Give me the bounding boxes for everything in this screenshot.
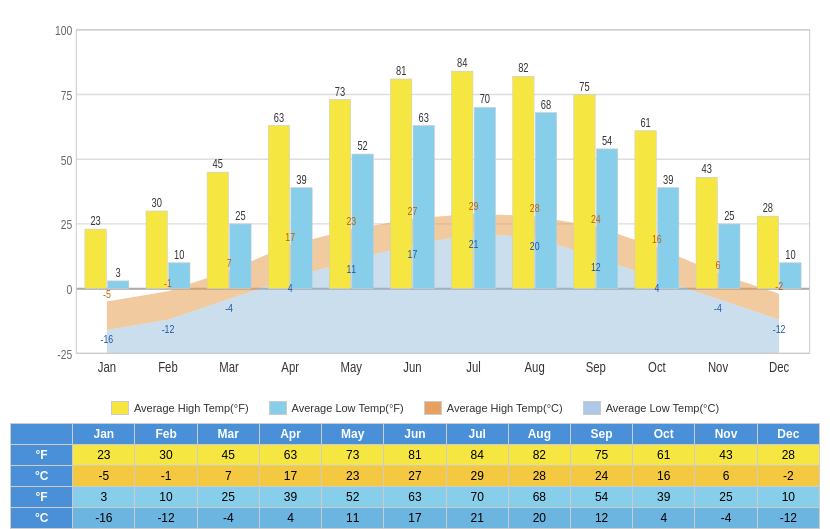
table-col-nov: Nov [695, 424, 757, 445]
svg-text:43: 43 [702, 162, 712, 175]
legend-item-high-c: Average High Temp(°C) [424, 401, 563, 415]
svg-text:Apr: Apr [281, 359, 299, 376]
table-col-aug: Aug [508, 424, 570, 445]
legend-color-high-f [111, 401, 129, 415]
table-header-row: JanFebMarAprMayJunJulAugSepOctNovDec [11, 424, 820, 445]
table-cell: 10 [135, 487, 197, 508]
table-cell: 81 [384, 445, 446, 466]
table-row-label: °F [11, 487, 73, 508]
legend-label-high-c: Average High Temp(°C) [447, 402, 563, 414]
table-cell: 10 [757, 487, 819, 508]
svg-text:25: 25 [235, 209, 245, 222]
table-cell: -5 [73, 466, 135, 487]
y-axis-label [10, 10, 30, 393]
table-col-feb: Feb [135, 424, 197, 445]
svg-text:17: 17 [285, 231, 295, 243]
table-cell: -16 [73, 508, 135, 529]
svg-text:-12: -12 [773, 323, 786, 335]
svg-rect-49 [474, 107, 495, 288]
svg-text:84: 84 [457, 56, 467, 69]
table-cell: 70 [446, 487, 508, 508]
svg-text:May: May [341, 359, 363, 376]
svg-text:17: 17 [408, 248, 418, 260]
table-cell: 23 [322, 466, 384, 487]
svg-rect-35 [757, 216, 778, 288]
svg-text:-2: -2 [775, 280, 783, 292]
table-cell: 28 [508, 466, 570, 487]
chart-area: 1007550250-25233045637381848275614328310… [10, 10, 820, 393]
svg-text:4: 4 [288, 281, 293, 293]
table-cell: 29 [446, 466, 508, 487]
svg-text:11: 11 [346, 263, 356, 275]
table-cell: 73 [322, 445, 384, 466]
table-row-label: °F [11, 445, 73, 466]
svg-rect-57 [719, 224, 740, 289]
svg-text:Jan: Jan [98, 359, 116, 376]
svg-text:Sep: Sep [586, 359, 606, 376]
svg-text:39: 39 [663, 173, 673, 186]
svg-rect-33 [696, 177, 717, 288]
svg-text:25: 25 [61, 217, 73, 233]
table-cell: 52 [322, 487, 384, 508]
svg-text:63: 63 [419, 110, 429, 123]
svg-text:52: 52 [357, 139, 367, 152]
svg-text:54: 54 [602, 134, 612, 147]
svg-text:-1: -1 [164, 277, 172, 289]
table-cell: 16 [633, 466, 695, 487]
svg-text:-4: -4 [225, 302, 233, 314]
svg-rect-25 [452, 71, 473, 288]
svg-text:63: 63 [274, 110, 284, 123]
legend-color-high-c [424, 401, 442, 415]
main-container: 1007550250-25233045637381848275614328310… [0, 0, 830, 529]
svg-text:-16: -16 [101, 333, 114, 345]
svg-text:75: 75 [579, 79, 589, 92]
svg-text:73: 73 [335, 85, 345, 98]
table-cell: 39 [633, 487, 695, 508]
table-cell: 11 [322, 508, 384, 529]
svg-text:Nov: Nov [708, 359, 729, 376]
svg-text:70: 70 [480, 92, 490, 105]
table-cell: 68 [508, 487, 570, 508]
table-cell: 3 [73, 487, 135, 508]
svg-text:21: 21 [469, 237, 479, 249]
table-cell: 63 [384, 487, 446, 508]
svg-text:23: 23 [90, 214, 100, 227]
table-cell: 39 [259, 487, 321, 508]
svg-text:16: 16 [652, 233, 662, 245]
svg-text:Feb: Feb [158, 359, 178, 376]
svg-text:20: 20 [530, 240, 540, 252]
svg-text:3: 3 [116, 266, 121, 279]
table-cell: 4 [633, 508, 695, 529]
legend-item-low-f: Average Low Temp(°F) [269, 401, 404, 415]
table-row: °F31025395263706854392510 [11, 487, 820, 508]
svg-text:25: 25 [724, 209, 734, 222]
table-col-apr: Apr [259, 424, 321, 445]
table-cell: 82 [508, 445, 570, 466]
svg-text:28: 28 [763, 201, 773, 214]
table-col-jun: Jun [384, 424, 446, 445]
table-cell: 27 [384, 466, 446, 487]
legend-color-low-c [583, 401, 601, 415]
table-cell: 28 [757, 445, 819, 466]
table-body: °F233045637381848275614328°C-5-171723272… [11, 445, 820, 529]
table-cell: 54 [570, 487, 632, 508]
table-cell: 30 [135, 445, 197, 466]
table-col-dec: Dec [757, 424, 819, 445]
svg-rect-29 [574, 95, 595, 289]
svg-text:10: 10 [785, 248, 795, 261]
table-cell: 6 [695, 466, 757, 487]
table-cell: 20 [508, 508, 570, 529]
legend-item-high-f: Average High Temp(°F) [111, 401, 249, 415]
legend-label-high-f: Average High Temp(°F) [134, 402, 249, 414]
legend-color-low-f [269, 401, 287, 415]
svg-rect-41 [230, 224, 251, 289]
legend-label-low-f: Average Low Temp(°F) [292, 402, 404, 414]
table-row: °C-16-12-4411172120124-4-12 [11, 508, 820, 529]
chart-svg: 1007550250-25233045637381848275614328310… [35, 10, 820, 393]
svg-rect-51 [535, 113, 556, 289]
svg-text:Oct: Oct [648, 359, 666, 376]
svg-rect-13 [85, 229, 106, 289]
svg-text:28: 28 [530, 202, 540, 214]
svg-text:82: 82 [518, 61, 528, 74]
table-col-may: May [322, 424, 384, 445]
